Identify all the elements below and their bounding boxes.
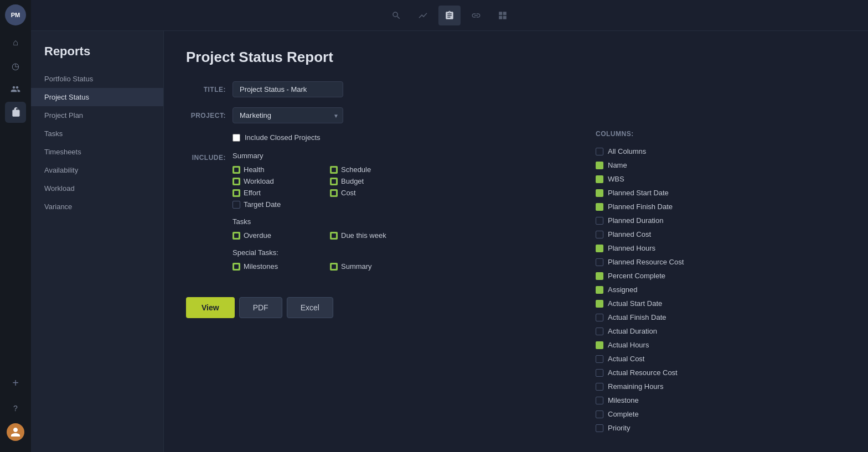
sidebar-item-variance[interactable]: Variance bbox=[31, 198, 163, 216]
due-this-week-checkbox[interactable] bbox=[330, 232, 338, 240]
project-row: PROJECT: Marketing Development Design HR… bbox=[186, 107, 418, 123]
history-icon[interactable]: ◷ bbox=[5, 55, 26, 76]
user-avatar[interactable] bbox=[7, 423, 24, 441]
tasks-title: Tasks bbox=[232, 217, 418, 226]
col-remaining-hours-checkbox[interactable] bbox=[596, 383, 603, 391]
column-wbs: WBS bbox=[596, 172, 771, 186]
col-actual-hours-checkbox[interactable] bbox=[596, 341, 603, 349]
special-tasks-title: Special Tasks: bbox=[232, 248, 418, 257]
col-planned-resource-cost-checkbox[interactable] bbox=[596, 258, 603, 266]
col-actual-finish-date-checkbox[interactable] bbox=[596, 314, 603, 321]
due-this-week-item: Due this week bbox=[330, 231, 418, 240]
briefcase-icon[interactable] bbox=[5, 102, 26, 123]
col-planned-cost-label: Planned Cost bbox=[608, 230, 651, 238]
sidebar-item-timesheets[interactable]: Timesheets bbox=[31, 143, 163, 161]
col-actual-resource-cost-checkbox[interactable] bbox=[596, 369, 603, 377]
col-complete-label: Complete bbox=[608, 410, 639, 418]
excel-button[interactable]: Excel bbox=[287, 297, 333, 318]
column-percent-complete: Percent Complete bbox=[596, 269, 771, 283]
col-planned-start-date-label: Planned Start Date bbox=[608, 189, 669, 197]
col-milestone-checkbox[interactable] bbox=[596, 397, 603, 404]
col-planned-start-date-checkbox[interactable] bbox=[596, 189, 603, 197]
column-milestone: Milestone bbox=[596, 393, 771, 407]
col-percent-complete-checkbox[interactable] bbox=[596, 272, 603, 280]
target-date-label: Target Date bbox=[244, 200, 281, 209]
column-name: Name bbox=[596, 158, 771, 172]
col-priority-checkbox[interactable] bbox=[596, 424, 603, 432]
sidebar-title: Reports bbox=[31, 44, 163, 70]
toolbar-layout-btn[interactable] bbox=[492, 6, 514, 25]
app-logo[interactable]: PM bbox=[5, 4, 26, 25]
effort-item: Effort bbox=[232, 189, 321, 197]
title-input[interactable] bbox=[232, 81, 343, 97]
column-assigned: Assigned bbox=[596, 283, 771, 297]
column-planned-finish-date: Planned Finish Date bbox=[596, 200, 771, 214]
columns-scroll[interactable]: All Columns Name WBS bbox=[596, 144, 773, 435]
include-label: INCLUDE: bbox=[186, 152, 226, 162]
milestones-checkbox[interactable] bbox=[232, 263, 240, 271]
col-actual-cost-checkbox[interactable] bbox=[596, 355, 603, 363]
include-closed-row: Include Closed Projects bbox=[232, 133, 418, 142]
column-actual-resource-cost: Actual Resource Cost bbox=[596, 366, 771, 380]
health-checkbox[interactable] bbox=[232, 166, 240, 174]
target-date-checkbox[interactable] bbox=[232, 201, 240, 209]
special-tasks-grid: Milestones Summary bbox=[232, 262, 418, 271]
toolbar-search-btn[interactable] bbox=[385, 6, 407, 25]
include-content: Summary Health Schedule bbox=[232, 152, 418, 279]
overdue-item: Overdue bbox=[232, 231, 321, 240]
workload-checkbox[interactable] bbox=[232, 178, 240, 185]
sidebar-item-workload[interactable]: Workload bbox=[31, 179, 163, 198]
pdf-button[interactable]: PDF bbox=[239, 297, 282, 318]
view-button[interactable]: View bbox=[186, 297, 235, 318]
column-complete: Complete bbox=[596, 407, 771, 421]
toolbar-pulse-btn[interactable] bbox=[412, 6, 434, 25]
sidebar-item-tasks[interactable]: Tasks bbox=[31, 124, 163, 143]
col-planned-duration-checkbox[interactable] bbox=[596, 217, 603, 225]
add-icon[interactable]: + bbox=[5, 372, 26, 393]
cost-checkbox[interactable] bbox=[330, 189, 338, 197]
col-planned-hours-checkbox[interactable] bbox=[596, 245, 603, 252]
overdue-label: Overdue bbox=[244, 231, 271, 240]
col-actual-duration-checkbox[interactable] bbox=[596, 328, 603, 335]
col-priority-label: Priority bbox=[608, 424, 630, 432]
schedule-label: Schedule bbox=[341, 165, 371, 174]
col-planned-cost-checkbox[interactable] bbox=[596, 231, 603, 238]
col-all-columns-label: All Columns bbox=[608, 147, 646, 155]
effort-checkbox[interactable] bbox=[232, 189, 240, 197]
col-wbs-label: WBS bbox=[608, 175, 624, 183]
col-name-checkbox[interactable] bbox=[596, 162, 603, 169]
tasks-grid: Overdue Due this week bbox=[232, 231, 418, 240]
col-planned-finish-date-checkbox[interactable] bbox=[596, 203, 603, 211]
toolbar-link-btn[interactable] bbox=[465, 6, 487, 25]
main-panel: Project Status Report TITLE: PROJECT: bbox=[164, 31, 868, 452]
column-planned-resource-cost: Planned Resource Cost bbox=[596, 255, 771, 269]
sidebar: Reports Portfolio Status Project Status … bbox=[31, 31, 164, 452]
summary-special-checkbox[interactable] bbox=[330, 263, 338, 271]
budget-checkbox[interactable] bbox=[330, 178, 338, 185]
include-closed-checkbox[interactable] bbox=[232, 134, 240, 142]
title-label: TITLE: bbox=[186, 81, 226, 93]
col-wbs-checkbox[interactable] bbox=[596, 175, 603, 183]
sidebar-item-project-status[interactable]: Project Status bbox=[31, 88, 163, 106]
schedule-checkbox[interactable] bbox=[330, 166, 338, 174]
people-icon[interactable] bbox=[5, 79, 26, 100]
sidebar-item-availability[interactable]: Availability bbox=[31, 161, 163, 179]
column-actual-cost: Actual Cost bbox=[596, 352, 771, 366]
sidebar-item-portfolio-status[interactable]: Portfolio Status bbox=[31, 70, 163, 88]
sidebar-item-project-plan[interactable]: Project Plan bbox=[31, 106, 163, 124]
col-assigned-label: Assigned bbox=[608, 285, 637, 294]
left-form: TITLE: PROJECT: Marketing Development De… bbox=[186, 81, 418, 318]
toolbar-clipboard-btn[interactable] bbox=[438, 6, 461, 25]
column-planned-hours: Planned Hours bbox=[596, 241, 771, 255]
col-complete-checkbox[interactable] bbox=[596, 411, 603, 418]
col-actual-start-date-checkbox[interactable] bbox=[596, 300, 603, 308]
col-all-columns-checkbox[interactable] bbox=[596, 148, 603, 155]
project-select[interactable]: Marketing Development Design HR bbox=[232, 107, 343, 123]
col-assigned-checkbox[interactable] bbox=[596, 286, 603, 294]
project-select-wrapper: Marketing Development Design HR ▼ bbox=[232, 107, 343, 123]
help-icon[interactable]: ? bbox=[5, 398, 26, 419]
overdue-checkbox[interactable] bbox=[232, 232, 240, 240]
col-planned-resource-cost-label: Planned Resource Cost bbox=[608, 258, 684, 266]
budget-label: Budget bbox=[341, 177, 364, 185]
home-icon[interactable]: ⌂ bbox=[5, 32, 26, 53]
